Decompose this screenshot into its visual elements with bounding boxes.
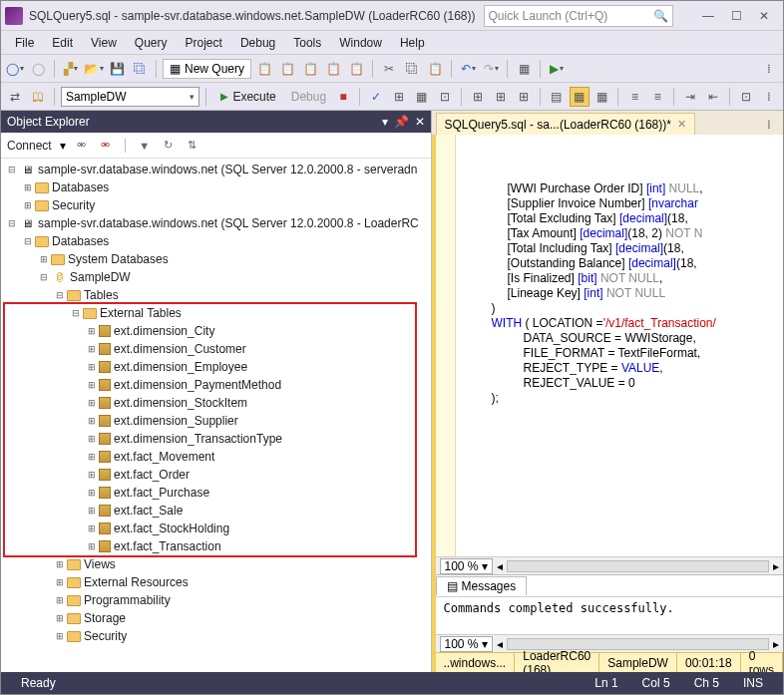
menu-debug[interactable]: Debug (232, 34, 283, 52)
ext-table-9[interactable]: ext.fact_Purchase (1, 484, 431, 502)
folder-programmability[interactable]: Programmability (1, 591, 431, 609)
server-node-2[interactable]: sample-svr.database.windows.net (SQL Ser… (1, 214, 431, 232)
menu-window[interactable]: Window (331, 34, 390, 52)
menu-view[interactable]: View (83, 34, 125, 52)
server-node-1[interactable]: sample-svr.database.windows.net (SQL Ser… (1, 161, 431, 178)
toolbar2-overflow-icon[interactable]: ⁞ (759, 87, 779, 107)
paste-button[interactable]: 📋 (425, 59, 445, 79)
folder-storage[interactable]: Storage (1, 609, 431, 627)
redo-button[interactable]: ↷ (481, 59, 501, 79)
ext-table-6[interactable]: ext.dimension_TransactionType (1, 430, 431, 448)
ext-table-0[interactable]: ext.dimension_City (1, 322, 431, 340)
ext-table-5[interactable]: ext.dimension_Supplier (1, 412, 431, 430)
tab-close-icon[interactable]: ✕ (677, 118, 686, 131)
nav-forward-button[interactable]: ◯ (28, 59, 48, 79)
ext-table-8[interactable]: ext.fact_Order (1, 466, 431, 484)
parse-button[interactable]: ✓ (366, 87, 386, 107)
outdent-icon[interactable]: ⇤ (703, 87, 723, 107)
mdx-query-icon[interactable]: 📋 (277, 59, 297, 79)
properties-button[interactable]: ▦ (514, 59, 534, 79)
db-sampledw[interactable]: SampleDW (1, 268, 431, 286)
results-text-icon[interactable]: ▤ (547, 87, 567, 107)
ext-table-7[interactable]: ext.fact_Movement (1, 448, 431, 466)
nav-back-button[interactable]: ◯ (5, 59, 25, 79)
h-scrollbar[interactable] (507, 560, 769, 572)
xmla-query-icon[interactable]: 📋 (323, 59, 343, 79)
db-engine-query-icon[interactable]: 📋 (254, 59, 274, 79)
panel-dropdown-icon[interactable]: ▾ (382, 115, 388, 129)
folder-tables[interactable]: Tables (1, 286, 431, 304)
sql-editor[interactable]: [WWI Purchase Order ID] [int] NULL,[Supp… (436, 135, 783, 556)
maximize-button[interactable]: ☐ (729, 9, 743, 23)
zoom-combo-2[interactable]: 100 % ▾ (440, 636, 493, 652)
menu-help[interactable]: Help (392, 34, 433, 52)
panel-close-icon[interactable]: ✕ (415, 115, 425, 129)
dax-query-icon[interactable]: 📋 (346, 59, 366, 79)
stop-icon[interactable]: ⚮ (98, 138, 114, 154)
copy-button[interactable]: ⿻ (402, 59, 422, 79)
menu-edit[interactable]: Edit (44, 34, 81, 52)
connect-button[interactable]: Connect (7, 139, 52, 153)
minimize-button[interactable]: — (701, 9, 715, 23)
ext-table-1[interactable]: ext.dimension_Customer (1, 340, 431, 358)
panel-pin-icon[interactable]: 📌 (394, 115, 409, 129)
disconnect-icon[interactable]: ⚮ (74, 138, 90, 154)
debug-button[interactable]: Debug (287, 90, 330, 104)
save-button[interactable]: 💾 (107, 59, 127, 79)
undo-button[interactable]: ↶ (458, 59, 478, 79)
toolbar-overflow-icon[interactable]: ⁞ (759, 59, 779, 79)
estimated-plan-icon[interactable]: ⊞ (389, 87, 409, 107)
uncomment-icon[interactable]: ≡ (647, 87, 667, 107)
include-stats-icon[interactable]: ⊞ (491, 87, 511, 107)
database-selector[interactable]: SampleDW (61, 87, 200, 107)
folder-system-databases[interactable]: System Databases (1, 250, 431, 268)
close-button[interactable]: ✕ (757, 9, 771, 23)
ext-table-2[interactable]: ext.dimension_Employee (1, 358, 431, 376)
ext-table-3[interactable]: ext.dimension_PaymentMethod (1, 376, 431, 394)
save-all-button[interactable]: ⿻ (130, 59, 150, 79)
folder-security-1[interactable]: Security (1, 196, 431, 214)
new-project-button[interactable]: ▞ (61, 59, 81, 79)
ext-table-10[interactable]: ext.fact_Sale (1, 502, 431, 520)
folder-security[interactable]: Security (1, 627, 431, 645)
new-query-button[interactable]: ▦ New Query (163, 59, 251, 79)
cut-button[interactable]: ✂ (379, 59, 399, 79)
ext-table-11[interactable]: ext.fact_StockHolding (1, 520, 431, 537)
folder-views[interactable]: Views (1, 555, 431, 573)
comment-icon[interactable]: ≡ (624, 87, 644, 107)
ext-table-12[interactable]: ext.fact_Transaction (1, 537, 431, 555)
results-grid-icon[interactable]: ▦ (570, 87, 589, 107)
execute-button[interactable]: ▶Execute (212, 87, 283, 107)
available-db-icon[interactable]: 🕮 (28, 87, 48, 107)
stop-button[interactable]: ■ (333, 87, 353, 107)
include-plan-icon[interactable]: ⊞ (468, 87, 488, 107)
open-button[interactable]: 📂 (84, 59, 104, 79)
scroll-right-icon[interactable]: ▸ (773, 559, 779, 573)
indent-icon[interactable]: ⇥ (680, 87, 700, 107)
filter-icon[interactable]: ▼ (137, 138, 153, 154)
query-options-icon[interactable]: ▦ (412, 87, 432, 107)
scroll-left-icon[interactable]: ◂ (497, 559, 503, 573)
zoom-combo[interactable]: 100 % ▾ (440, 558, 493, 574)
results-file-icon[interactable]: ▦ (592, 87, 612, 107)
object-tree[interactable]: sample-svr.database.windows.net (SQL Ser… (1, 159, 431, 672)
editor-tab[interactable]: SQLQuery5.sql - sa...(LoaderRC60 (168))*… (436, 113, 695, 135)
ext-table-4[interactable]: ext.dimension_StockItem (1, 394, 431, 412)
folder-databases-1[interactable]: Databases (1, 178, 431, 196)
dmx-query-icon[interactable]: 📋 (300, 59, 320, 79)
folder-external-resources[interactable]: External Resources (1, 573, 431, 591)
change-connection-icon[interactable]: ⇄ (5, 87, 25, 107)
intellisense-icon[interactable]: ⊡ (435, 87, 455, 107)
folder-external-tables[interactable]: External Tables (1, 304, 431, 322)
folder-databases-2[interactable]: Databases (1, 232, 431, 250)
sync-icon[interactable]: ⇅ (185, 138, 200, 154)
start-button[interactable]: ▶ (547, 59, 567, 79)
menu-file[interactable]: File (7, 34, 42, 52)
menu-project[interactable]: Project (178, 34, 230, 52)
specify-values-icon[interactable]: ⊡ (736, 87, 756, 107)
menu-tools[interactable]: Tools (285, 34, 329, 52)
tab-overflow-icon[interactable]: ⁞ (759, 115, 779, 135)
quick-launch-input[interactable]: Quick Launch (Ctrl+Q) 🔍 (484, 5, 673, 27)
messages-tab[interactable]: ▤ Messages (436, 576, 528, 595)
include-live-icon[interactable]: ⊞ (514, 87, 534, 107)
